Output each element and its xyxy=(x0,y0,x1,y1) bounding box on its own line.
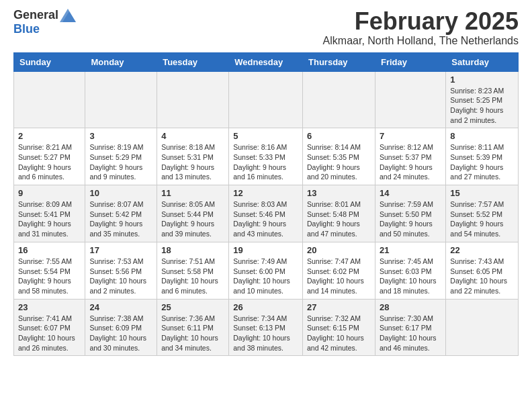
day-info: Sunrise: 8:01 AM Sunset: 5:48 PM Dayligh… xyxy=(307,199,371,239)
day-info: Sunrise: 8:16 AM Sunset: 5:33 PM Dayligh… xyxy=(233,142,298,182)
day-number: 16 xyxy=(18,245,81,255)
day-number: 21 xyxy=(380,245,441,255)
day-number: 5 xyxy=(233,131,298,141)
day-number: 3 xyxy=(89,131,152,141)
weekday-header-friday: Friday xyxy=(375,52,445,71)
calendar-cell: 7Sunrise: 8:12 AM Sunset: 5:37 PM Daylig… xyxy=(375,128,445,185)
calendar-table: SundayMondayTuesdayWednesdayThursdayFrid… xyxy=(13,52,519,357)
day-number: 26 xyxy=(233,302,298,312)
day-info: Sunrise: 8:23 AM Sunset: 5:25 PM Dayligh… xyxy=(450,86,514,126)
day-info: Sunrise: 7:30 AM Sunset: 6:17 PM Dayligh… xyxy=(380,314,441,353)
weekday-header-saturday: Saturday xyxy=(446,52,519,71)
calendar-cell: 28Sunrise: 7:30 AM Sunset: 6:17 PM Dayli… xyxy=(375,299,445,356)
day-number: 7 xyxy=(380,131,441,141)
calendar-cell: 19Sunrise: 7:49 AM Sunset: 6:00 PM Dayli… xyxy=(229,242,303,299)
day-info: Sunrise: 8:09 AM Sunset: 5:41 PM Dayligh… xyxy=(18,199,81,239)
calendar-cell: 5Sunrise: 8:16 AM Sunset: 5:33 PM Daylig… xyxy=(229,128,303,185)
calendar-cell: 2Sunrise: 8:21 AM Sunset: 5:27 PM Daylig… xyxy=(14,128,85,185)
day-info: Sunrise: 8:14 AM Sunset: 5:35 PM Dayligh… xyxy=(307,142,371,182)
weekday-header-sunday: Sunday xyxy=(14,52,85,71)
day-info: Sunrise: 7:53 AM Sunset: 5:56 PM Dayligh… xyxy=(89,257,152,296)
weekday-header-tuesday: Tuesday xyxy=(157,52,229,71)
day-number: 22 xyxy=(450,245,514,255)
day-info: Sunrise: 7:38 AM Sunset: 6:09 PM Dayligh… xyxy=(89,314,152,353)
day-info: Sunrise: 8:11 AM Sunset: 5:39 PM Dayligh… xyxy=(450,142,514,182)
calendar-cell: 20Sunrise: 7:47 AM Sunset: 6:02 PM Dayli… xyxy=(303,242,375,299)
day-number: 14 xyxy=(380,188,441,198)
day-info: Sunrise: 8:03 AM Sunset: 5:46 PM Dayligh… xyxy=(233,199,298,239)
day-info: Sunrise: 7:34 AM Sunset: 6:13 PM Dayligh… xyxy=(233,314,298,353)
calendar-cell: 16Sunrise: 7:55 AM Sunset: 5:54 PM Dayli… xyxy=(14,242,85,299)
day-number: 12 xyxy=(233,188,298,198)
day-number: 25 xyxy=(161,302,224,312)
location: Alkmaar, North Holland, The Netherlands xyxy=(323,35,519,47)
day-number: 15 xyxy=(450,188,514,198)
calendar-cell: 3Sunrise: 8:19 AM Sunset: 5:29 PM Daylig… xyxy=(85,128,157,185)
day-info: Sunrise: 7:49 AM Sunset: 6:00 PM Dayligh… xyxy=(233,257,298,296)
day-number: 2 xyxy=(18,131,81,141)
day-number: 6 xyxy=(307,131,371,141)
calendar-cell: 6Sunrise: 8:14 AM Sunset: 5:35 PM Daylig… xyxy=(303,128,375,185)
day-number: 27 xyxy=(307,302,371,312)
day-info: Sunrise: 7:47 AM Sunset: 6:02 PM Dayligh… xyxy=(307,257,371,296)
day-number: 13 xyxy=(307,188,371,198)
calendar-cell: 12Sunrise: 8:03 AM Sunset: 5:46 PM Dayli… xyxy=(229,185,303,242)
weekday-header-monday: Monday xyxy=(85,52,157,71)
calendar-cell: 17Sunrise: 7:53 AM Sunset: 5:56 PM Dayli… xyxy=(85,242,157,299)
calendar-cell xyxy=(157,71,229,128)
day-info: Sunrise: 7:32 AM Sunset: 6:15 PM Dayligh… xyxy=(307,314,371,353)
weekday-header-wednesday: Wednesday xyxy=(229,52,303,71)
day-info: Sunrise: 7:59 AM Sunset: 5:50 PM Dayligh… xyxy=(380,199,441,239)
calendar-cell xyxy=(303,71,375,128)
calendar-cell: 22Sunrise: 7:43 AM Sunset: 6:05 PM Dayli… xyxy=(446,242,519,299)
day-number: 19 xyxy=(233,245,298,255)
calendar-cell: 9Sunrise: 8:09 AM Sunset: 5:41 PM Daylig… xyxy=(14,185,85,242)
calendar-cell: 10Sunrise: 8:07 AM Sunset: 5:42 PM Dayli… xyxy=(85,185,157,242)
day-number: 4 xyxy=(161,131,224,141)
calendar-cell: 4Sunrise: 8:18 AM Sunset: 5:31 PM Daylig… xyxy=(157,128,229,185)
calendar-cell xyxy=(14,71,85,128)
day-info: Sunrise: 7:45 AM Sunset: 6:03 PM Dayligh… xyxy=(380,257,441,296)
logo: General Blue xyxy=(13,8,76,36)
logo-icon xyxy=(60,9,76,22)
calendar-cell xyxy=(375,71,445,128)
day-number: 20 xyxy=(307,245,371,255)
day-info: Sunrise: 8:07 AM Sunset: 5:42 PM Dayligh… xyxy=(89,199,152,239)
calendar-cell: 24Sunrise: 7:38 AM Sunset: 6:09 PM Dayli… xyxy=(85,299,157,356)
day-number: 28 xyxy=(380,302,441,312)
day-number: 8 xyxy=(450,131,514,141)
calendar-cell: 26Sunrise: 7:34 AM Sunset: 6:13 PM Dayli… xyxy=(229,299,303,356)
day-info: Sunrise: 8:05 AM Sunset: 5:44 PM Dayligh… xyxy=(161,199,224,239)
calendar-wrapper: SundayMondayTuesdayWednesdayThursdayFrid… xyxy=(0,52,532,363)
calendar-week-row: 16Sunrise: 7:55 AM Sunset: 5:54 PM Dayli… xyxy=(14,242,519,299)
day-info: Sunrise: 7:41 AM Sunset: 6:07 PM Dayligh… xyxy=(18,314,81,353)
calendar-week-row: 9Sunrise: 8:09 AM Sunset: 5:41 PM Daylig… xyxy=(14,185,519,242)
day-number: 17 xyxy=(89,245,152,255)
day-info: Sunrise: 8:19 AM Sunset: 5:29 PM Dayligh… xyxy=(89,142,152,182)
day-number: 11 xyxy=(161,188,224,198)
calendar-week-row: 2Sunrise: 8:21 AM Sunset: 5:27 PM Daylig… xyxy=(14,128,519,185)
calendar-cell: 8Sunrise: 8:11 AM Sunset: 5:39 PM Daylig… xyxy=(446,128,519,185)
calendar-cell xyxy=(85,71,157,128)
calendar-cell: 21Sunrise: 7:45 AM Sunset: 6:03 PM Dayli… xyxy=(375,242,445,299)
calendar-cell: 23Sunrise: 7:41 AM Sunset: 6:07 PM Dayli… xyxy=(14,299,85,356)
day-number: 1 xyxy=(450,75,514,85)
month-title: February 2025 xyxy=(323,8,519,35)
day-info: Sunrise: 8:21 AM Sunset: 5:27 PM Dayligh… xyxy=(18,142,81,182)
day-info: Sunrise: 8:12 AM Sunset: 5:37 PM Dayligh… xyxy=(380,142,441,182)
calendar-cell: 15Sunrise: 7:57 AM Sunset: 5:52 PM Dayli… xyxy=(446,185,519,242)
calendar-cell: 13Sunrise: 8:01 AM Sunset: 5:48 PM Dayli… xyxy=(303,185,375,242)
day-number: 18 xyxy=(161,245,224,255)
day-info: Sunrise: 7:57 AM Sunset: 5:52 PM Dayligh… xyxy=(450,199,514,239)
day-info: Sunrise: 7:55 AM Sunset: 5:54 PM Dayligh… xyxy=(18,257,81,296)
day-number: 9 xyxy=(18,188,81,198)
weekday-header-row: SundayMondayTuesdayWednesdayThursdayFrid… xyxy=(14,52,519,71)
day-number: 23 xyxy=(18,302,81,312)
day-number: 24 xyxy=(89,302,152,312)
logo-blue-text: Blue xyxy=(13,22,40,36)
calendar-cell: 25Sunrise: 7:36 AM Sunset: 6:11 PM Dayli… xyxy=(157,299,229,356)
page-header: General Blue February 2025 Alkmaar, Nort… xyxy=(0,0,532,52)
calendar-week-row: 23Sunrise: 7:41 AM Sunset: 6:07 PM Dayli… xyxy=(14,299,519,356)
day-number: 10 xyxy=(89,188,152,198)
day-info: Sunrise: 7:36 AM Sunset: 6:11 PM Dayligh… xyxy=(161,314,224,353)
